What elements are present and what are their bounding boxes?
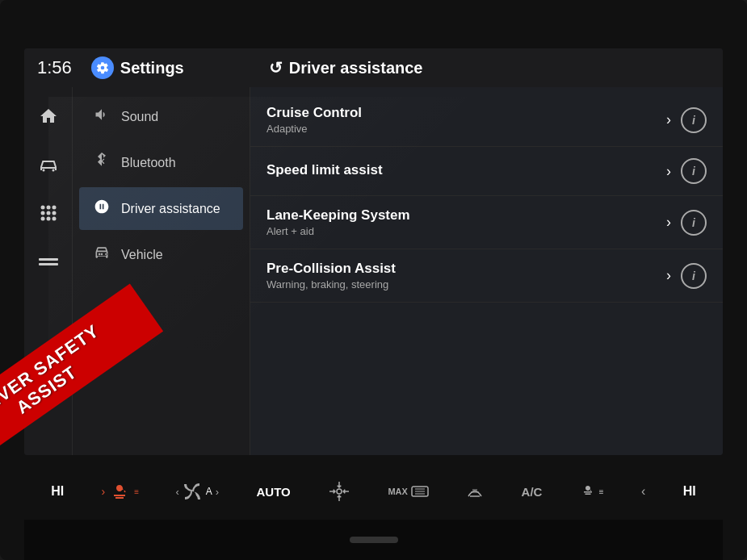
pre-collision-row[interactable]: Pre-Collision Assist Warning, braking, s… [250,249,723,303]
svg-point-0 [40,206,44,210]
lines-icon: ≡ [599,487,604,496]
svg-rect-10 [39,263,58,265]
sound-label: Sound [121,110,158,124]
driver-assistance-label: Driver assistance [121,202,220,216]
bottom-physical-bar [24,520,723,560]
cruise-control-info-button[interactable]: i [681,107,707,133]
bluetooth-menu-item[interactable]: Bluetooth [79,141,243,184]
svg-point-6 [40,217,44,221]
cruise-control-content: Cruise Control Adaptive [266,105,666,135]
lane-keeping-row[interactable]: Lane-Keeping System Alert + aid › i [250,196,723,249]
cruise-control-subtitle: Adaptive [266,123,666,135]
climate-right-chevron[interactable]: ‹ [641,484,645,499]
airflow-control[interactable] [328,480,350,503]
svg-point-4 [46,211,50,215]
heat-left-chevron-icon: › [102,485,106,498]
cruise-control-row[interactable]: Cruise Control Adaptive › i [250,94,723,147]
fan-icon [183,482,202,501]
svg-point-7 [46,217,50,221]
climate-bar: HI › ≡ ‹ A › AUTO [24,463,723,520]
speed-limit-chevron-icon: › [666,163,671,180]
driver-assistance-panel: Cruise Control Adaptive › i Speed limit … [250,87,723,455]
settings-header: Settings [91,56,253,79]
pre-collision-chevron-icon: › [666,267,671,284]
fan-auto-indicator: A [206,486,212,497]
settings-icon [91,56,114,79]
climate-right-temp: HI [683,484,696,499]
bluetooth-icon [92,153,111,173]
seat-heat-right[interactable]: ≡ [580,483,604,499]
speed-limit-title: Speed limit assist [266,162,666,178]
svg-point-1 [46,206,50,210]
right-temp-value: HI [683,484,696,499]
left-temp-value: HI [51,484,64,499]
climate-heat-left[interactable]: › ≡ [102,482,139,501]
max-defrost[interactable]: MAX [388,485,428,498]
speed-limit-info-button[interactable]: i [681,158,707,184]
fan-left-chevron-icon: ‹ [175,486,178,498]
top-bar: 1:56 Settings ↺ Driver assistance [24,48,723,87]
speed-limit-content: Speed limit assist [266,162,666,180]
sound-menu-item[interactable]: Sound [79,95,243,138]
lane-keeping-info-button[interactable]: i [681,210,707,236]
rear-defrost-icon [411,485,429,498]
driver-assistance-menu-item[interactable]: Driver assistance [79,187,243,230]
pre-collision-title: Pre-Collision Assist [266,261,666,277]
bluetooth-label: Bluetooth [121,156,176,170]
svg-point-11 [337,489,342,494]
pre-collision-info-button[interactable]: i [681,263,707,289]
pre-collision-subtitle: Warning, braking, steering [266,278,666,290]
cruise-control-title: Cruise Control [266,105,666,121]
driver-assist-label: Driver assistance [289,59,423,77]
svg-point-3 [40,211,44,215]
lane-keeping-content: Lane-Keeping System Alert + aid [266,207,666,237]
right-chevron-icon: ‹ [641,484,645,499]
pre-collision-content: Pre-Collision Assist Warning, braking, s… [266,261,666,290]
svg-rect-9 [39,258,58,261]
speed-limit-row[interactable]: Speed limit assist › i [250,147,723,196]
home-nav-icon[interactable] [32,100,65,132]
driver-assistance-icon [92,199,111,219]
driver-assist-header: ↺ Driver assistance [269,58,423,77]
fan-control[interactable]: ‹ A › [175,482,219,501]
apps-nav-icon[interactable] [32,197,65,229]
climate-left-temp: HI [51,484,64,499]
vehicle-label: Vehicle [121,248,163,262]
front-defrost-icon [466,484,484,499]
fan-right-chevron-icon: › [216,486,219,498]
screen: 1:56 Settings ↺ Driver assistance [24,48,723,455]
main-content: Sound Bluetooth [24,87,723,455]
heat-lines-icon: ≡ [134,487,138,496]
lane-keeping-subtitle: Alert + aid [266,225,666,237]
vehicle-icon [92,244,111,265]
ac-label: A/C [522,485,543,499]
svg-point-2 [52,206,56,210]
max-label: MAX [388,487,407,496]
lane-keeping-chevron-icon: › [666,214,671,231]
ac-button[interactable]: A/C [522,485,543,499]
vehicle-menu-item[interactable]: Vehicle [79,233,243,276]
cruise-control-chevron-icon: › [666,111,671,128]
connection-nav-icon[interactable] [32,245,65,278]
front-defrost[interactable] [466,484,484,499]
settings-menu: Sound Bluetooth [73,87,250,455]
back-icon[interactable]: ↺ [269,58,283,77]
seat-heat-right-icon [580,483,596,499]
settings-label: Settings [120,59,184,77]
lane-keeping-title: Lane-Keeping System [266,207,666,224]
auto-climate[interactable]: AUTO [256,485,290,499]
car-nav-icon[interactable] [32,148,65,181]
airflow-icon [328,480,350,503]
seat-heat-icon [108,482,131,501]
bezel: 1:56 Settings ↺ Driver assistance [0,0,747,560]
home-button[interactable] [350,537,398,543]
auto-label: AUTO [256,485,290,499]
svg-point-5 [52,211,56,215]
sound-icon [92,107,111,127]
time-display: 1:56 [37,57,72,78]
svg-point-8 [52,217,56,221]
